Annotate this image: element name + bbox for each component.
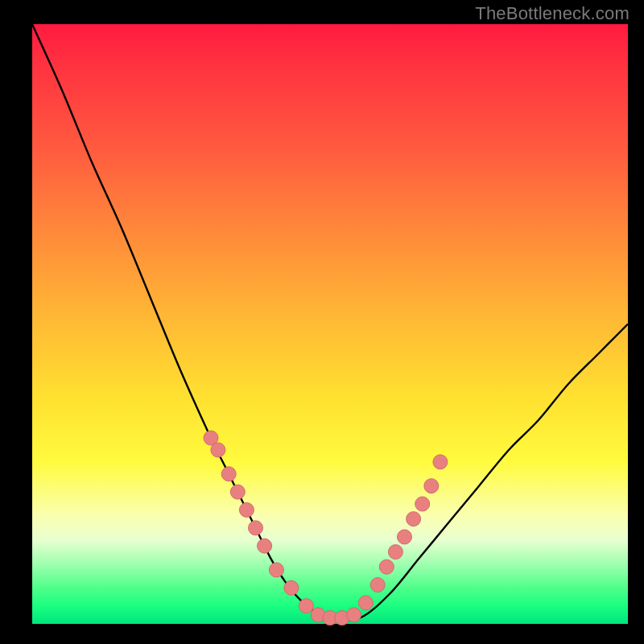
data-marker [347,608,361,622]
data-marker [239,502,254,517]
data-marker [398,530,412,544]
marker-group [204,431,448,625]
data-marker [415,497,430,511]
data-marker [379,559,394,574]
data-marker [230,485,245,499]
data-marker [211,443,225,457]
data-marker [358,596,373,610]
data-marker [370,578,385,592]
data-marker [249,521,263,535]
chart-frame: TheBottleneck.com [0,0,644,644]
data-marker [221,467,236,481]
data-marker [269,563,283,577]
data-marker [284,580,299,595]
data-marker [388,545,402,559]
data-marker [407,512,421,526]
data-marker [299,599,313,613]
plot-area [32,24,628,624]
curve-path [32,24,628,620]
watermark-label: TheBottleneck.com [475,3,630,24]
data-marker [424,479,439,493]
data-marker [258,539,272,553]
data-marker [433,455,448,469]
bottleneck-curve [32,24,628,624]
